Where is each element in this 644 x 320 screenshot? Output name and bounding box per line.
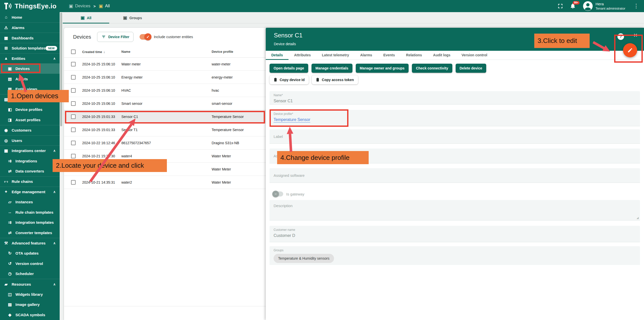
breadcrumb-devices[interactable]: ▣ Devices — [69, 4, 90, 9]
panel-tab[interactable]: Relations — [401, 53, 428, 60]
sidebar-item[interactable]: ⇄ Converter templates — [0, 228, 60, 238]
panel-tab[interactable]: Audit logs — [428, 53, 456, 60]
sidebar-item[interactable]: ▣ Devices — [0, 63, 60, 74]
clipboard-icon — [274, 78, 278, 82]
panel-tab[interactable]: Attributes — [288, 53, 316, 60]
top-bar: ThingsEye.io ▣ Devices > ▣ All 99+ — [0, 0, 644, 12]
sidebar-item[interactable]: ↻ OTA updates — [0, 248, 60, 258]
sidebar-item[interactable]: ⊞ Solution templates NEW — [0, 43, 60, 53]
panel-action-button[interactable]: Manage credentials — [312, 64, 352, 73]
panel-action-button[interactable]: Delete device — [456, 64, 486, 73]
panel-tab[interactable]: Latest telemetry — [316, 53, 354, 60]
row-checkbox[interactable] — [71, 101, 76, 106]
device-filter-button[interactable]: Device Filter — [97, 32, 134, 42]
user-menu[interactable]: Hera Tenant administrator — [583, 1, 625, 11]
panel-tab[interactable]: Events — [378, 53, 401, 60]
description-field: Description ◢ — [270, 200, 640, 220]
row-checkbox[interactable] — [71, 141, 76, 145]
devices-icon: ▣ — [123, 15, 127, 20]
sidebar-item-label: Assets — [15, 77, 28, 81]
edge-management-icon: ⌖ — [3, 189, 9, 195]
panel-action-button[interactable]: Check connectivity — [412, 64, 452, 73]
sidebar-item[interactable]: ⇄ Data converters — [0, 166, 60, 176]
sidebar-item[interactable]: ⇉ Integrations — [0, 156, 60, 166]
row-checkbox[interactable] — [71, 62, 76, 66]
sidebar-item[interactable]: ▦ Dashboards — [0, 33, 60, 43]
device-profile-link[interactable]: Temperature Sensor — [274, 117, 310, 122]
view-tab[interactable]: ▣ All — [63, 12, 109, 23]
panel-tab[interactable]: Alarms — [354, 53, 377, 60]
page-title: Devices — [73, 34, 91, 40]
sidebar-item[interactable]: ‹·› Rule chains — [0, 176, 60, 187]
kebab-menu-icon[interactable]: ⋮ — [632, 3, 640, 9]
row-checkbox[interactable] — [71, 114, 76, 119]
panel-action-button[interactable]: Manage owner and groups — [356, 64, 409, 73]
sidebar-item[interactable]: ▰ Resources ∧ — [0, 279, 60, 289]
profiles-icon: ▧ — [3, 96, 9, 103]
row-checkbox[interactable] — [71, 167, 76, 171]
app-logo[interactable]: ThingsEye.io — [0, 2, 63, 10]
sidebar-item[interactable]: ▨ Image gallery — [0, 300, 60, 310]
row-checkbox[interactable] — [71, 128, 76, 132]
chevron-up-icon: ∧ — [53, 282, 56, 286]
fullscreen-icon[interactable] — [558, 3, 563, 9]
cell-created-time: 2024-10-25 15:06:10 — [82, 102, 121, 106]
label-field: Label — [270, 129, 640, 144]
view-tab[interactable]: ▣ Groups — [109, 12, 156, 23]
sidebar-item[interactable]: ◷ Scheduler — [0, 269, 60, 279]
sidebar-item[interactable]: ▤ Assets — [0, 74, 60, 84]
toggle-on-icon[interactable]: ✓ — [140, 34, 151, 40]
sidebar-item[interactable]: ↔ Rule chain templates — [0, 207, 60, 217]
column-header-created-time[interactable]: Created time↓ — [82, 50, 121, 54]
sidebar-item[interactable]: ◈ SCADA symbols — [0, 310, 60, 320]
sidebar-scrollbar[interactable] — [60, 12, 63, 320]
sidebar-item[interactable]: ▲ Entities ∧ — [0, 53, 60, 64]
close-icon[interactable]: × — [634, 32, 637, 38]
panel-tab[interactable]: Version control — [456, 53, 493, 60]
sidebar-item[interactable]: ▩ Integrations center ∧ — [0, 145, 60, 156]
sidebar-item[interactable]: ⚒ Advanced features ∧ — [0, 238, 60, 248]
instances-icon: ▱ — [7, 199, 13, 205]
row-checkbox[interactable] — [71, 154, 76, 158]
device-profile-field: Device profile* Temperature Sensor — [270, 110, 640, 126]
column-header-name[interactable]: Name — [121, 50, 212, 54]
sidebar-item[interactable]: ⇉ Integration templates — [0, 217, 60, 228]
row-checkbox[interactable] — [71, 88, 76, 93]
panel-tabs: Details Attributes Latest telemetry Alar… — [266, 51, 644, 60]
sidebar-item[interactable]: ◨ Asset profiles — [0, 115, 60, 125]
chevron-up-icon: ∧ — [53, 241, 56, 245]
breadcrumb: ▣ Devices > ▣ All — [69, 4, 110, 9]
sidebar-item[interactable]: ⌖ Edge management ∧ — [0, 187, 60, 197]
sidebar-item[interactable]: ↺ Version control — [0, 258, 60, 269]
sidebar-item[interactable]: ▥ Entity views — [0, 84, 60, 94]
panel-tab[interactable]: Details — [266, 53, 288, 60]
sidebar-item-label: Integrations center — [12, 149, 46, 153]
sidebar-item[interactable]: ◎ Users — [0, 135, 60, 146]
copy-button[interactable]: Copy access token — [312, 75, 358, 84]
help-icon[interactable]: ? — [617, 33, 624, 40]
notifications-button[interactable]: 99+ — [570, 3, 576, 9]
breadcrumb-all[interactable]: ▣ All — [99, 4, 110, 9]
sidebar-scrollbar-thumb[interactable] — [60, 13, 62, 126]
sidebar-item[interactable]: ◉ Customers — [0, 125, 60, 135]
row-checkbox[interactable] — [71, 180, 76, 185]
select-all-checkbox[interactable] — [71, 50, 76, 54]
cell-created-time: 2024-10-25 15:06:10 — [82, 62, 121, 66]
rule-chains-icon: ‹·› — [3, 179, 9, 185]
sidebar-item[interactable]: ▱ Instances — [0, 197, 60, 207]
sidebar-item[interactable]: ▧ ∧ — [0, 94, 60, 105]
cell-name: Sensor T1 — [121, 128, 212, 132]
edit-fab-button[interactable] — [623, 43, 637, 57]
sidebar-item-label: Integration templates — [15, 220, 54, 225]
sidebar-item[interactable]: ◫ Widgets library — [0, 289, 60, 300]
is-gateway-toggle: − — [273, 191, 283, 196]
resize-handle-icon[interactable]: ◢ — [637, 216, 639, 219]
panel-action-button[interactable]: Open details page — [270, 64, 308, 73]
sidebar-item[interactable]: ⌂ Home — [0, 12, 60, 22]
copy-button[interactable]: Copy device Id — [270, 75, 309, 84]
sidebar-item[interactable]: ⚠ Alarms — [0, 22, 60, 33]
include-customer-entities-toggle[interactable]: ✓ Include customer entities — [140, 34, 193, 40]
row-checkbox[interactable] — [71, 75, 76, 80]
panel-subtitle: Device details — [274, 42, 639, 46]
sidebar-item[interactable]: ◧ Device profiles — [0, 105, 60, 115]
